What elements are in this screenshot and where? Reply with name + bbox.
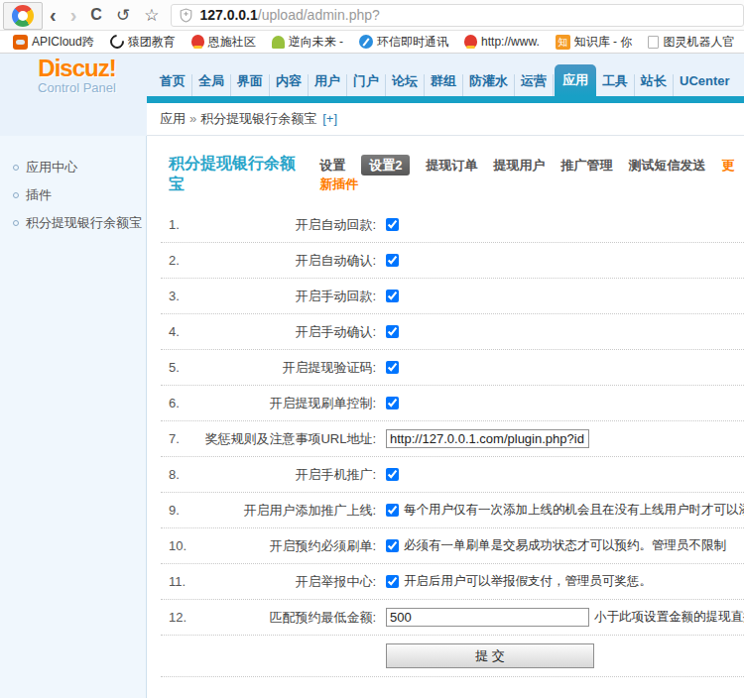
breadcrumb-section[interactable]: 应用 [160, 111, 186, 126]
row-number: 7. [169, 431, 194, 446]
auto-confirm-checkbox[interactable] [386, 254, 399, 267]
row-control [386, 218, 399, 231]
plugin-tab-settings[interactable]: 设置 [319, 158, 345, 173]
favorite-icon[interactable]: ☆ [144, 7, 159, 24]
form-row-match-min-amount: 12.匹配预约最低金额:小于此项设置金额的提现直接通 [161, 600, 744, 636]
nav-tab-ucenter[interactable]: UCenter [674, 74, 736, 96]
plugin-tabs: 设置设置2提现订单提现用户推广管理测试短信发送更新插件 [319, 156, 744, 193]
bookmark-zhishiku[interactable]: 知知识库 - 你 [556, 34, 633, 51]
mobile-promo-checkbox[interactable] [386, 468, 399, 481]
plugin-tab-withdraw-orders[interactable]: 提现订单 [426, 158, 477, 173]
row-control [386, 290, 399, 302]
row-label: 匹配预约最低金额: [194, 609, 376, 627]
main-nav: 首页全局界面内容用户门户论坛群组防灌水运营应用工具站长UCenter [154, 54, 744, 96]
form-row-mobile-promo: 8.开启手机推广: [161, 457, 744, 493]
browser-toolbar: ‹›C↺☆ 127.0.0.1/upload/admin.php? [0, 0, 744, 31]
nav-tab-global[interactable]: 全局 [192, 74, 231, 96]
admin-header: Discuz! Control Panel 首页全局界面内容用户门户论坛群组防灌… [0, 54, 744, 136]
logo-subtext: Control Panel [0, 80, 154, 95]
forward-icon[interactable]: › [70, 5, 77, 25]
plugin-tab-sms-test[interactable]: 测试短信发送 [628, 158, 705, 173]
breadcrumb-separator: » [189, 111, 196, 126]
address-bar[interactable]: 127.0.0.1/upload/admin.php? [171, 4, 744, 27]
breadcrumb-add-button[interactable]: [+] [322, 111, 337, 126]
sidebar-item-label: 插件 [26, 186, 52, 204]
row-control [386, 397, 399, 409]
plugin-tab-settings2[interactable]: 设置2 [361, 155, 410, 175]
sidebar-item-points-withdraw-bank[interactable]: 积分提现银行余额宝 [0, 209, 146, 237]
report-center-checkbox[interactable] [386, 575, 399, 588]
reserve-need-brush-checkbox[interactable] [386, 539, 399, 552]
nav-tab-portal[interactable]: 门户 [347, 74, 386, 96]
row-control [386, 575, 399, 588]
bookmark-tuling[interactable]: 图灵机器人官 [648, 34, 734, 51]
refresh-icon[interactable]: ↺ [116, 7, 130, 24]
nav-tab-user[interactable]: 用户 [309, 74, 347, 96]
user-add-upline-checkbox[interactable] [386, 504, 399, 517]
nav-tab-operation[interactable]: 运营 [515, 74, 554, 96]
bookmark-huanxin[interactable]: 环信即时通讯 [359, 34, 448, 51]
rules-url-input[interactable] [386, 429, 589, 448]
row-control [386, 325, 399, 338]
apicloud-icon [13, 35, 28, 50]
bookmark-label: http://www. [481, 35, 540, 49]
row-number: 4. [169, 324, 194, 339]
manual-confirm-checkbox[interactable] [386, 325, 399, 338]
nav-tab-content[interactable]: 内容 [270, 74, 309, 96]
row-comment: 每个用户仅有一次添加上线的机会且在没有上线用户时才可以添加! [404, 502, 744, 519]
form-row-brush-control: 6.开启提现刷单控制: [161, 386, 744, 421]
bookmark-nixiang[interactable]: 逆向未来 - [272, 34, 343, 51]
manual-repay-checkbox[interactable] [386, 290, 399, 302]
sidebar-item-plugins[interactable]: 插件 [0, 181, 146, 209]
qq-icon [464, 35, 477, 49]
row-label: 开启手动回款: [194, 288, 376, 305]
form-row-rules-url: 7.奖惩规则及注意事项URL地址: [161, 421, 744, 457]
nav-tab-app[interactable]: 应用 [555, 64, 596, 96]
page-icon [648, 36, 659, 49]
bookmark-label: 逆向未来 - [289, 34, 343, 51]
row-control [386, 254, 399, 267]
nav-tab-founder[interactable]: 站长 [635, 74, 674, 96]
bookmark-label: 猿团教育 [128, 34, 176, 51]
auto-repay-checkbox[interactable] [386, 218, 399, 231]
bookmarks-bar: APICloud跨猿团教育恩施社区逆向未来 -环信即时通讯http://www.… [0, 31, 744, 54]
bookmark-apicloud[interactable]: APICloud跨 [13, 34, 94, 51]
bullet-icon [13, 165, 19, 171]
plugin-tab-withdraw-users[interactable]: 提现用户 [493, 158, 545, 173]
nav-tab-tools[interactable]: 工具 [596, 74, 635, 96]
row-number: 2. [169, 253, 194, 268]
withdraw-captcha-checkbox[interactable] [386, 361, 399, 374]
form-row-manual-repay: 3.开启手动回款: [161, 279, 744, 314]
bullet-icon [13, 220, 19, 226]
row-label: 开启用户添加推广上线: [194, 502, 376, 520]
form-row-report-center: 11.开启举报中心:开启后用户可以举报假支付，管理员可奖惩。 [161, 564, 744, 600]
row-label: 奖惩规则及注意事项URL地址: [194, 430, 376, 448]
row-number: 6. [169, 396, 194, 410]
nav-tab-home[interactable]: 首页 [154, 74, 192, 96]
bookmark-label: 环信即时通讯 [377, 34, 448, 51]
row-control [386, 608, 589, 627]
plugin-tab-promo-manage[interactable]: 推广管理 [560, 158, 612, 173]
main-panel: 积分提现银行余额宝 设置设置2提现订单提现用户推广管理测试短信发送更新插件 1.… [147, 136, 744, 698]
bookmark-enshi[interactable]: 恩施社区 [191, 34, 256, 51]
match-min-amount-input[interactable] [386, 608, 589, 627]
bookmark-yuantuan[interactable]: 猿团教育 [110, 34, 176, 51]
sidebar: 应用中心插件积分提现银行余额宝 [0, 136, 147, 698]
breadcrumb-title: 积分提现银行余额宝 [200, 111, 316, 126]
submit-row: 提 交 [161, 636, 744, 677]
nav-tab-antispam[interactable]: 防灌水 [463, 74, 515, 96]
browser-tab[interactable] [3, 2, 43, 30]
bookmark-http-www[interactable]: http://www. [464, 35, 540, 49]
brush-control-checkbox[interactable] [386, 397, 399, 409]
submit-button[interactable]: 提 交 [386, 643, 594, 668]
sidebar-item-app-center[interactable]: 应用中心 [0, 154, 146, 181]
row-comment: 开启后用户可以举报假支付，管理员可奖惩。 [404, 573, 652, 590]
url-host: 127.0.0.1 [199, 7, 257, 23]
zhishiku-icon: 知 [556, 35, 570, 50]
reload-icon[interactable]: C [90, 7, 102, 23]
nav-tab-forum[interactable]: 论坛 [386, 74, 425, 96]
row-control [386, 361, 399, 374]
back-icon[interactable]: ‹ [50, 5, 57, 25]
nav-tab-group[interactable]: 群组 [425, 74, 463, 96]
nav-tab-interface[interactable]: 界面 [231, 74, 270, 96]
